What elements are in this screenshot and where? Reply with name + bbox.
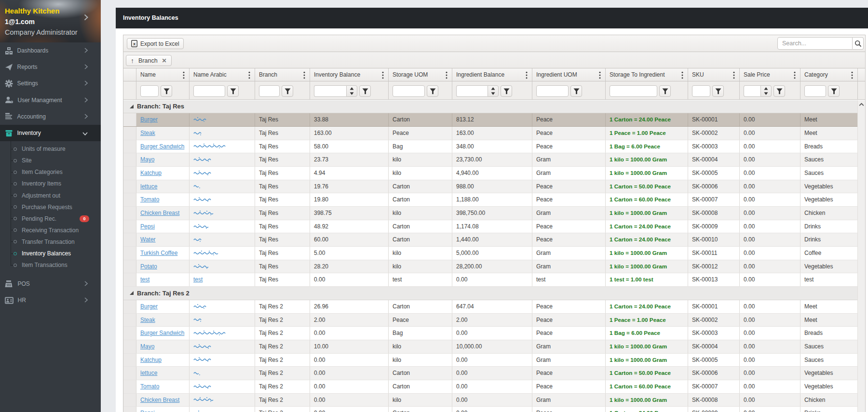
svg-text:x: x xyxy=(133,41,136,46)
